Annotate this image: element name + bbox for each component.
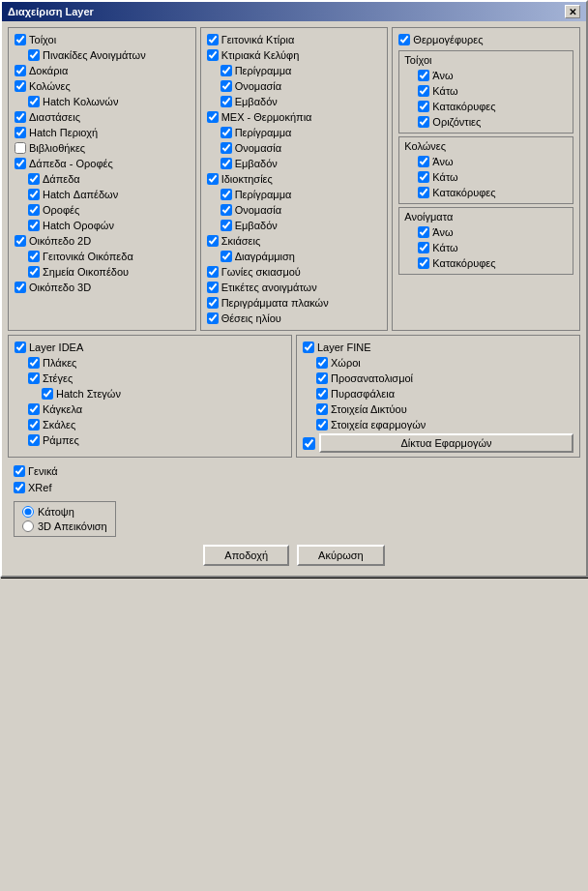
- toichoi-ano-checkbox[interactable]: [418, 70, 429, 81]
- anoig-ano-label: Άνω: [432, 224, 453, 240]
- hatch-orofon-checkbox[interactable]: [28, 220, 40, 231]
- diastaseis-checkbox[interactable]: [15, 111, 26, 123]
- perigr2-checkbox[interactable]: [220, 127, 232, 138]
- perigr-plakon-checkbox[interactable]: [207, 297, 219, 309]
- layer-idea-checkbox[interactable]: [15, 342, 26, 353]
- kolones-kato-checkbox[interactable]: [418, 171, 429, 183]
- diagrammisi-checkbox[interactable]: [220, 251, 232, 262]
- kagkela-checkbox[interactable]: [28, 403, 40, 415]
- hatch-kolonon-checkbox[interactable]: [28, 96, 40, 107]
- perigr1-item: Περίγραμμα: [207, 63, 382, 78]
- dokaria-item: Δοκάρια: [15, 63, 190, 78]
- perigr1-checkbox[interactable]: [220, 65, 232, 76]
- hatch-kolonon-label: Hatch Κολωνών: [43, 94, 118, 109]
- toichoi-subgroup: Τοίχοι Άνω Κάτω Κατακόρυφες: [398, 50, 573, 134]
- geitonikaOik-checkbox[interactable]: [28, 251, 40, 262]
- main-grid: Τοίχοι Πινακίδες Ανοιγμάτων Δοκάρια Κολώ…: [8, 27, 580, 331]
- onom2-checkbox[interactable]: [220, 142, 232, 154]
- plakes-checkbox[interactable]: [28, 357, 40, 369]
- genika-checkbox[interactable]: [14, 465, 25, 477]
- oikopedo3d-checkbox[interactable]: [15, 282, 26, 293]
- toichoi-katakorfes-checkbox[interactable]: [418, 101, 429, 112]
- emvad1-label: Εμβαδόν: [235, 94, 278, 109]
- stoixeia-efarmogon-checkbox[interactable]: [316, 419, 328, 431]
- hatch-orofon-label: Hatch Οροφών: [43, 218, 114, 233]
- accept-button[interactable]: Αποδοχή: [203, 545, 289, 566]
- onom3-item: Ονομασία: [207, 202, 382, 218]
- onom3-label: Ονομασία: [235, 202, 281, 218]
- gonies-checkbox[interactable]: [207, 266, 219, 278]
- emvad3-checkbox[interactable]: [220, 220, 232, 231]
- pirasfalia-checkbox[interactable]: [316, 388, 328, 400]
- 3d-radio[interactable]: [22, 520, 34, 532]
- vivliothikes-checkbox[interactable]: [15, 142, 26, 154]
- oikopedo2d-checkbox[interactable]: [15, 235, 26, 247]
- hatch-dapedon-checkbox[interactable]: [28, 189, 40, 200]
- etiketes-checkbox[interactable]: [207, 282, 219, 293]
- orofes-checkbox[interactable]: [28, 204, 40, 216]
- plakes-label: Πλάκες: [43, 355, 76, 371]
- emvad1-checkbox[interactable]: [220, 96, 232, 107]
- skales-checkbox[interactable]: [28, 419, 40, 431]
- thermogefires-checkbox[interactable]: [398, 34, 410, 45]
- oikopedo3d-label: Οικόπεδο 3D: [29, 280, 91, 295]
- genika-item: Γενικά: [14, 463, 574, 479]
- geitonikaKtiria-checkbox[interactable]: [207, 34, 219, 45]
- pinakides-checkbox[interactable]: [28, 49, 40, 61]
- cancel-button[interactable]: Ακύρωση: [297, 545, 385, 566]
- network-button[interactable]: Δίκτυα Εφαρμογών: [319, 433, 573, 453]
- perigr2-item: Περίγραμμα: [207, 125, 382, 140]
- rampes-checkbox[interactable]: [28, 434, 40, 446]
- toichoi-kato-checkbox[interactable]: [418, 85, 429, 97]
- simeia-label: Σημεία Οικοπέδου: [43, 264, 129, 280]
- xref-checkbox[interactable]: [14, 482, 25, 493]
- dapeda-checkbox[interactable]: [28, 173, 40, 185]
- toichoi-checkbox[interactable]: [15, 34, 26, 45]
- emvad2-label: Εμβαδόν: [235, 156, 278, 171]
- dapeda-orofes-label: Δάπεδα - Οροφές: [29, 156, 113, 171]
- geitonikaOik-item: Γειτονικά Οικόπεδα: [15, 249, 190, 264]
- katopsi-radio[interactable]: [22, 506, 34, 518]
- steges-checkbox[interactable]: [28, 372, 40, 384]
- onom3-checkbox[interactable]: [220, 204, 232, 216]
- prosanatolismoi-checkbox[interactable]: [316, 372, 328, 384]
- dapeda-orofes-checkbox[interactable]: [15, 158, 26, 169]
- theseis-checkbox[interactable]: [207, 312, 219, 324]
- dapeda-label: Δάπεδα: [43, 171, 80, 187]
- anoig-katakorfes-label: Κατακόρυφες: [432, 255, 495, 271]
- stoixeia-diktou-checkbox[interactable]: [316, 403, 328, 415]
- prosanatolismoi-label: Προσανατολισμοί: [331, 371, 413, 386]
- onom1-checkbox[interactable]: [220, 80, 232, 92]
- dokaria-checkbox[interactable]: [15, 65, 26, 76]
- etiketes-label: Ετικέτες ανοιγμάτων: [221, 280, 317, 295]
- footer-checks: Γενικά XRef: [14, 463, 574, 495]
- window-title: Διαχείριση Layer: [8, 6, 94, 17]
- anoig-katakorfes-checkbox[interactable]: [418, 257, 429, 269]
- toichoi-kato: Κάτω: [404, 83, 568, 99]
- hatch-stegon-checkbox[interactable]: [42, 388, 53, 400]
- perigr-plakon-label: Περιγράμματα πλακών: [221, 295, 329, 311]
- choroi-checkbox[interactable]: [316, 357, 328, 369]
- ktiriakaKelifh-checkbox[interactable]: [207, 49, 219, 61]
- close-button[interactable]: ✕: [565, 5, 580, 18]
- skiaseis-checkbox[interactable]: [207, 235, 219, 247]
- anoig-kato-checkbox[interactable]: [418, 242, 429, 253]
- prosanatolismoi-item: Προσανατολισμοί: [303, 371, 573, 386]
- network-checkbox[interactable]: [303, 437, 315, 450]
- perigr3-checkbox[interactable]: [220, 189, 232, 200]
- kolones-katakorfes-checkbox[interactable]: [418, 187, 429, 198]
- kolones-checkbox[interactable]: [15, 80, 26, 92]
- anoig-ano-checkbox[interactable]: [418, 226, 429, 238]
- idioktisies-checkbox[interactable]: [207, 173, 219, 185]
- emvad2-checkbox[interactable]: [220, 158, 232, 169]
- mex-checkbox[interactable]: [207, 111, 219, 123]
- layer-fine-checkbox[interactable]: [303, 342, 314, 353]
- kolones-ano-checkbox[interactable]: [418, 156, 429, 167]
- emvad3-item: Εμβαδόν: [207, 218, 382, 233]
- hatch-periochi-checkbox[interactable]: [15, 127, 26, 138]
- perigr1-label: Περίγραμμα: [235, 63, 292, 78]
- simeia-checkbox[interactable]: [28, 266, 40, 278]
- stoixeia-diktou-item: Στοιχεία Δικτύου: [303, 401, 573, 417]
- toichoi-orizonties-checkbox[interactable]: [418, 116, 429, 128]
- title-bar: Διαχείριση Layer ✕: [2, 2, 586, 21]
